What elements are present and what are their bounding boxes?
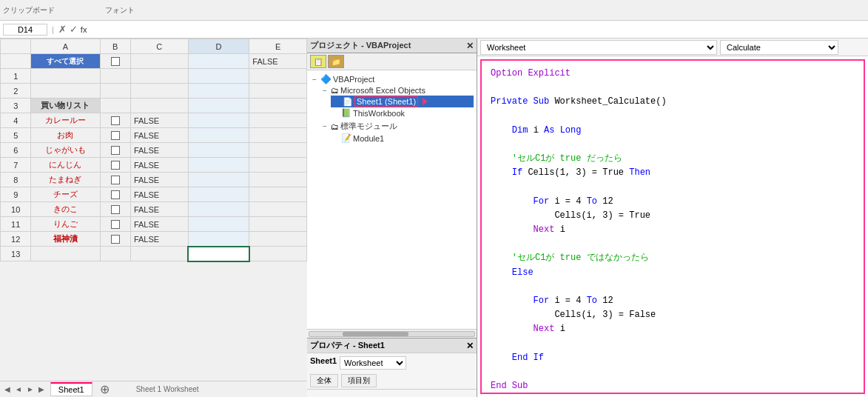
sheet-nav-next[interactable]: ► bbox=[25, 385, 36, 393]
cell-C3 bbox=[130, 99, 188, 113]
props-tab-category[interactable]: 項目別 bbox=[341, 374, 377, 387]
checkbox-B4[interactable] bbox=[111, 116, 120, 125]
sheet-add-button[interactable]: ⊕ bbox=[97, 382, 112, 396]
vbe-title: プロジェクト - VBAProject bbox=[310, 40, 411, 51]
scroll-track[interactable] bbox=[309, 331, 475, 337]
cancel-icon[interactable]: ✗ bbox=[58, 24, 67, 35]
row-header-2[interactable]: 2 bbox=[1, 84, 31, 99]
checkbox-B11[interactable] bbox=[111, 220, 120, 229]
code-line-next-1: Next i bbox=[491, 223, 855, 237]
cell-A10: きのこ bbox=[31, 202, 100, 217]
cell-B9[interactable] bbox=[100, 187, 130, 202]
tree-item-thisworkbook[interactable]: 📗 ThisWorkbook bbox=[331, 107, 474, 119]
vbe-close-button[interactable]: ✕ bbox=[466, 41, 474, 51]
vbe-props-close-button[interactable]: ✕ bbox=[466, 341, 474, 351]
row-header-13[interactable]: 13 bbox=[1, 247, 31, 261]
row-header-8[interactable]: 8 bbox=[1, 173, 31, 187]
row-header-10[interactable]: 10 bbox=[1, 202, 31, 217]
cell-A0[interactable]: すべて選択 bbox=[31, 54, 100, 69]
vbe-panel: プロジェクト - VBAProject ✕ 📋 📁 − 🔷 VBAProject… bbox=[307, 39, 477, 397]
vbe-tree[interactable]: − 🔷 VBAProject − 🗂 Microsoft Excel Objec… bbox=[307, 70, 477, 329]
code-line-cells-true: Cells(i, 3) = True bbox=[491, 209, 855, 223]
row-header-6[interactable]: 6 bbox=[1, 143, 31, 158]
expand-icon-ms-excel[interactable]: − bbox=[320, 87, 329, 95]
col-header-E[interactable]: E bbox=[249, 39, 307, 54]
cell-D5 bbox=[188, 128, 249, 143]
row-header-5[interactable]: 5 bbox=[1, 128, 31, 143]
tree-item-ms-excel-objects[interactable]: − 🗂 Microsoft Excel Objects bbox=[320, 85, 474, 96]
cell-B12[interactable] bbox=[100, 232, 130, 247]
tree-item-standard-module[interactable]: − 🗂 標準モジュール bbox=[320, 120, 474, 133]
cell-B5[interactable] bbox=[100, 128, 130, 143]
row-header-7[interactable]: 7 bbox=[1, 158, 31, 173]
col-header-B[interactable]: B bbox=[100, 39, 130, 54]
cell-E8 bbox=[249, 173, 307, 187]
formula-bar: D14 | ✗ ✓ fx bbox=[0, 21, 868, 39]
row-header-0[interactable] bbox=[1, 54, 31, 69]
formula-input[interactable] bbox=[92, 24, 865, 35]
code-line-next-2: Next i bbox=[491, 322, 855, 336]
sheet-tab-sheet1[interactable]: Sheet1 bbox=[50, 382, 92, 396]
vbe-tool-icon-2[interactable]: 📁 bbox=[328, 55, 344, 68]
props-type-dropdown[interactable]: Worksheet bbox=[340, 356, 406, 370]
checkbox-B9[interactable] bbox=[111, 190, 120, 199]
cell-reference-box[interactable]: D14 bbox=[3, 24, 47, 36]
cell-B7[interactable] bbox=[100, 158, 130, 173]
ms-excel-icon: 🗂 bbox=[331, 86, 339, 95]
corner-header[interactable] bbox=[1, 39, 31, 54]
checkbox-B12[interactable] bbox=[111, 235, 120, 244]
checkbox-B8[interactable] bbox=[111, 176, 120, 184]
tree-item-sheet1[interactable]: 📄 Sheet1 (Sheet1) bbox=[331, 96, 474, 107]
cell-D14-active[interactable] bbox=[188, 247, 249, 261]
row-header-1[interactable]: 1 bbox=[1, 69, 31, 84]
tree-indent-sheet1: 📄 Sheet1 (Sheet1) 📗 ThisWorkbook bbox=[331, 96, 474, 119]
scroll-thumb[interactable] bbox=[343, 332, 408, 336]
sheet-nav-prev[interactable]: ◄ bbox=[13, 385, 24, 393]
row-header-12[interactable]: 12 bbox=[1, 232, 31, 247]
cell-B8[interactable] bbox=[100, 173, 130, 187]
tree-item-vbaproject[interactable]: − 🔷 VBAProject bbox=[310, 73, 474, 85]
cell-B10[interactable] bbox=[100, 202, 130, 217]
tree-indent-ms-excel: − 🗂 Microsoft Excel Objects 📄 Sheet1 (Sh… bbox=[320, 85, 474, 144]
cell-C2 bbox=[130, 84, 188, 99]
col-header-D[interactable]: D bbox=[188, 39, 249, 54]
cell-E3 bbox=[249, 99, 307, 113]
cell-B11[interactable] bbox=[100, 217, 130, 232]
vbe-horizontal-scrollbar[interactable] bbox=[307, 329, 477, 338]
cell-E6 bbox=[249, 143, 307, 158]
checkbox-B0[interactable] bbox=[111, 57, 120, 66]
checkbox-B10[interactable] bbox=[111, 205, 120, 214]
clipboard-label: クリップボード bbox=[3, 5, 55, 16]
code-line-blank-3 bbox=[491, 138, 855, 152]
col-header-A[interactable]: A bbox=[31, 39, 100, 54]
row-header-4[interactable]: 4 bbox=[1, 113, 31, 128]
col-header-C[interactable]: C bbox=[130, 39, 188, 54]
checkbox-B7[interactable] bbox=[111, 161, 120, 170]
tree-indent-module1: 📝 Module1 bbox=[331, 133, 474, 144]
cell-A4: カレールー bbox=[31, 113, 100, 128]
expand-icon-vbaproject[interactable]: − bbox=[310, 76, 319, 84]
vbe-tool-icon-1[interactable]: 📋 bbox=[310, 55, 326, 68]
cell-A3: 買い物リスト bbox=[31, 99, 100, 113]
object-dropdown[interactable]: Worksheet bbox=[480, 40, 717, 55]
cell-B4[interactable] bbox=[100, 113, 130, 128]
expand-icon-standard-module[interactable]: − bbox=[320, 122, 329, 130]
tree-item-module1[interactable]: 📝 Module1 bbox=[331, 133, 474, 144]
procedure-dropdown[interactable]: Calculate bbox=[720, 40, 838, 55]
sheet-nav-first[interactable]: ◀ bbox=[3, 385, 12, 393]
sheet-nav-last[interactable]: ▶ bbox=[37, 385, 46, 393]
checkbox-B6[interactable] bbox=[111, 146, 120, 155]
cell-A1 bbox=[31, 69, 100, 84]
checkbox-B5[interactable] bbox=[111, 131, 120, 140]
module1-label: Module1 bbox=[353, 134, 384, 143]
confirm-icon[interactable]: ✓ bbox=[70, 24, 78, 35]
code-content-area[interactable]: Option Explicit Private Sub Worksheet_Ca… bbox=[480, 59, 865, 394]
row-header-11[interactable]: 11 bbox=[1, 217, 31, 232]
cell-C12: FALSE bbox=[130, 232, 188, 247]
row-header-3[interactable]: 3 bbox=[1, 99, 31, 113]
function-icon[interactable]: fx bbox=[81, 25, 87, 34]
props-tab-all[interactable]: 全体 bbox=[310, 374, 338, 387]
row-header-9[interactable]: 9 bbox=[1, 187, 31, 202]
cell-B6[interactable] bbox=[100, 143, 130, 158]
cell-B0[interactable] bbox=[100, 54, 130, 69]
